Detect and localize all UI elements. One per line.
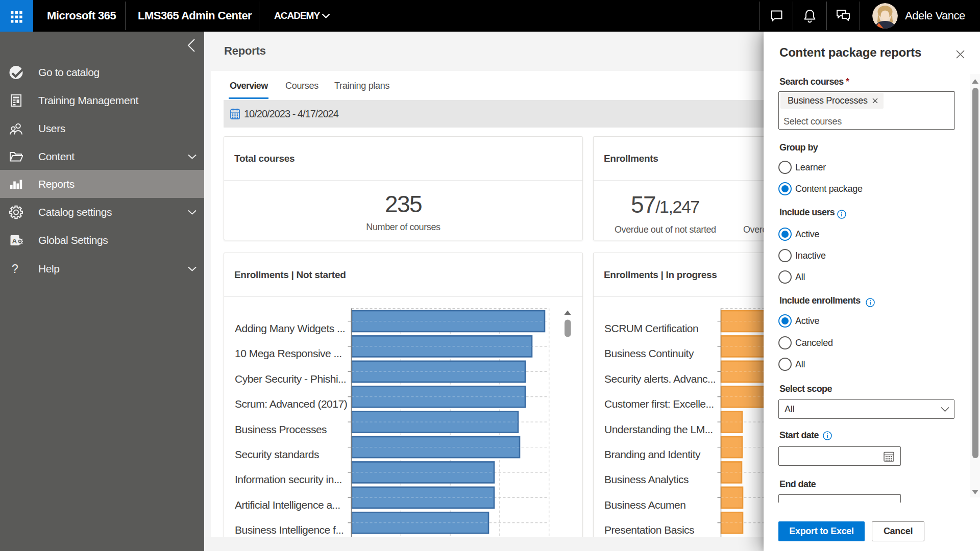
svg-text:A: A — [12, 237, 17, 244]
